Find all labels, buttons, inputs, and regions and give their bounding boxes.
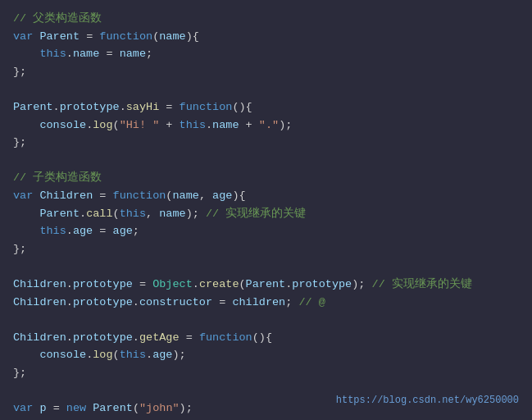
prop-prototype3: prototype [292,278,352,290]
comment-4: // 实现继承的关键 [372,278,472,290]
line-5 [13,80,519,98]
var-p: p [39,402,46,414]
param-name2: name [172,189,198,202]
this-3: this [120,208,146,220]
var-children3: Children [13,296,66,308]
fn-log: log [93,119,112,131]
line-7: console.log("Hi! " + this.name + "."); [13,116,519,135]
line-13: this.age = age; [13,222,519,240]
str-dot: "." [259,119,279,131]
prop-prototype2: prototype [73,278,133,290]
var-age: age [113,225,133,237]
keyword-function3: function [113,189,166,202]
line-8: }; [13,134,519,152]
fn-call: call [86,208,112,220]
line-12: Parent.call(this, name); // 实现继承的关键 [13,205,519,223]
obj-object: Object [152,278,193,290]
this-2: this [180,119,206,131]
str-hi: "Hi! " [120,119,160,131]
var-name2: name [159,208,185,220]
line-3: this.name = name; [13,45,519,63]
this-keyword: this [39,48,66,60]
keyword-var: var [13,30,33,43]
var-parent2: Parent [13,101,53,113]
var-children2: Children [13,278,66,290]
this-5: this [120,349,146,361]
comment-1: // 父类构造函数 [13,12,102,25]
var-console2: console [39,349,86,361]
line-2: var Parent = function(name){ [13,28,519,46]
var-parent: Parent [39,30,80,43]
var-children-lc: children [232,296,285,308]
line-20: console.log(this.age); [13,346,519,364]
fn-sayhi: sayHi [126,101,160,113]
prop-prototype: prototype [60,101,120,113]
line-15 [13,258,519,276]
fn-getage: getAge [139,331,180,344]
var-children: Children [39,189,93,202]
url-label: https://blog.csdn.net/wy6250000 [336,393,519,409]
prop-prototype5: prototype [73,331,133,344]
line-19: Children.prototype.getAge = function(){ [13,329,519,347]
line-1: // 父类构造函数 [13,10,519,28]
prop-name2: name [212,119,239,131]
param-name: name [159,30,185,43]
line-18 [13,311,519,329]
keyword-var3: var [13,402,33,414]
line-10: // 子类构造函数 [13,169,519,187]
line-6: Parent.prototype.sayHi = function(){ [13,98,519,116]
keyword-new: new [66,402,86,414]
line-24: var c = new Children("joe",30); [13,418,519,420]
keyword-function4: function [199,331,252,344]
fn-log2: log [93,349,112,361]
str-john: "john" [139,402,180,414]
line-14: }; [13,240,519,258]
prop-name: name [73,48,99,60]
keyword-function: function [99,30,152,43]
code-editor: // 父类构造函数 var Parent = function(name){ t… [0,0,532,420]
param-age: age [212,189,232,202]
var-parent3: Parent [39,208,80,220]
line-4: }; [13,63,519,81]
var-children4: Children [13,331,66,344]
fn-create: create [199,278,239,290]
var-console: console [39,119,86,131]
comment-5: // @ [298,296,325,308]
line-9 [13,152,519,170]
var-parent5: Parent [93,402,133,414]
this-4: this [39,225,66,237]
line-21: }; [13,364,519,382]
comment-3: // 实现继承的关键 [206,208,306,220]
var-name: name [120,48,146,60]
prop-prototype4: prototype [73,296,133,308]
line-17: Children.prototype.constructor = childre… [13,294,519,312]
prop-constructor: constructor [139,296,212,308]
line-11: var Children = function(name, age){ [13,187,519,205]
prop-age2: age [152,349,172,361]
line-16: Children.prototype = Object.create(Paren… [13,276,519,294]
var-parent4: Parent [246,278,286,290]
keyword-var2: var [13,189,33,202]
prop-age: age [73,225,93,237]
keyword-function2: function [180,101,233,113]
comment-2: // 子类构造函数 [13,171,102,184]
